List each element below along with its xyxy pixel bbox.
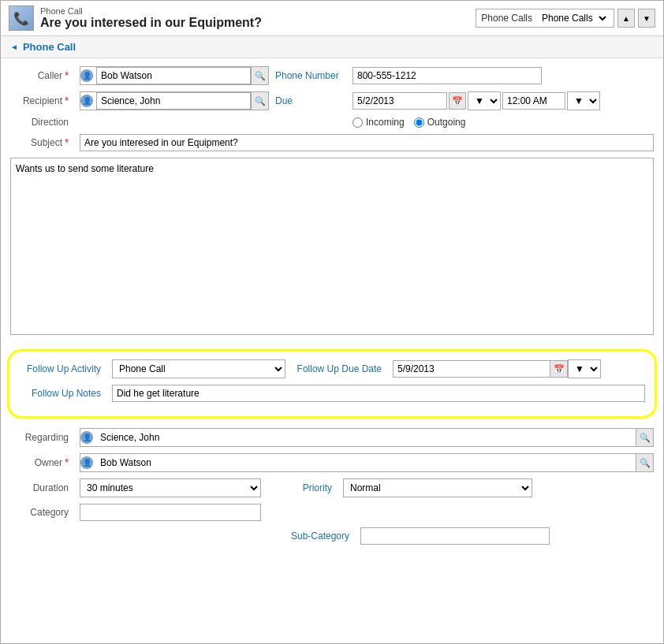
- phone-number-link[interactable]: Phone Number: [275, 70, 346, 81]
- section-header: ◄ Phone Call: [1, 36, 663, 58]
- sub-category-input[interactable]: [360, 527, 550, 545]
- recipient-input-wrapper: 👤 Science, John 🔍: [80, 91, 269, 110]
- regarding-input-wrapper: 👤 Science, John 🔍: [80, 428, 654, 447]
- subject-row: Subject Are you interesed in our Equipme…: [10, 134, 654, 151]
- due-calendar-icon[interactable]: 📅: [449, 92, 466, 110]
- direction-label: Direction: [10, 117, 73, 128]
- recipient-row: Recipient 👤 Science, John 🔍 Due 5/2/2013…: [10, 91, 654, 110]
- due-date-time-group: 5/2/2013 📅 ▼ 12:00 AM ▼: [353, 91, 600, 110]
- priority-select[interactable]: Low Normal High Urgent: [343, 478, 532, 497]
- caller-person-icon: 👤: [80, 69, 93, 82]
- follow-notes-input[interactable]: Did he get literature: [112, 385, 645, 402]
- section-triangle-icon: ◄: [10, 43, 18, 51]
- category-row: Category: [10, 504, 654, 521]
- recipient-input[interactable]: Science, John: [96, 92, 251, 110]
- due-ampm-select[interactable]: ▼: [567, 91, 600, 110]
- top-bar-left: 📞 Phone Call Are you interesed in our Eq…: [9, 6, 262, 31]
- caller-row: Caller 👤 Bob Watson 🔍 Phone Number 800-5…: [10, 66, 654, 85]
- top-bar-right: Phone Calls Phone Calls ▲ ▼: [476, 9, 655, 28]
- incoming-radio-label[interactable]: Incoming: [353, 117, 405, 128]
- direction-options: Incoming Outgoing: [353, 117, 465, 128]
- recipient-search-icon[interactable]: 🔍: [251, 92, 268, 110]
- section-label: Phone Call: [23, 41, 76, 53]
- phone-calls-dropdown[interactable]: Phone Calls Phone Calls: [476, 9, 614, 28]
- dropdown-label: Phone Calls: [481, 13, 532, 24]
- regarding-label: Regarding: [10, 432, 73, 443]
- follow-notes-row: Follow Up Notes Did he get literature: [19, 385, 645, 402]
- phone-number-input[interactable]: 800-555-1212: [353, 67, 542, 84]
- nav-down-button[interactable]: ▼: [638, 9, 655, 28]
- due-link[interactable]: Due: [275, 95, 346, 106]
- duration-select[interactable]: 15 minutes 30 minutes 45 minutes 1 hour: [80, 478, 261, 497]
- caller-input[interactable]: Bob Watson: [96, 67, 251, 84]
- follow-due-date-input[interactable]: 5/9/2013: [393, 360, 550, 378]
- main-window: 📞 Phone Call Are you interesed in our Eq…: [0, 0, 664, 644]
- follow-notes-label: Follow Up Notes: [19, 388, 106, 399]
- owner-label: Owner: [10, 457, 73, 468]
- regarding-input[interactable]: Science, John: [96, 430, 636, 445]
- priority-label: Priority: [289, 482, 337, 493]
- regarding-row: Regarding 👤 Science, John 🔍: [10, 428, 654, 447]
- title-group: Phone Call Are you interesed in our Equi…: [40, 6, 262, 30]
- recipient-person-icon: 👤: [80, 95, 93, 107]
- owner-input[interactable]: Bob Watson: [96, 455, 636, 471]
- regarding-search-icon[interactable]: 🔍: [636, 429, 653, 446]
- window-subtitle: Phone Call: [40, 6, 262, 16]
- owner-person-icon: 👤: [80, 456, 93, 469]
- incoming-radio[interactable]: [353, 117, 363, 128]
- form-area: Caller 👤 Bob Watson 🔍 Phone Number 800-5…: [1, 58, 663, 343]
- follow-activity-select-wrapper: Phone Call Email Meeting Task: [112, 359, 285, 378]
- outgoing-radio-label[interactable]: Outgoing: [414, 117, 466, 128]
- follow-due-date-label: Follow Up Due Date: [292, 363, 386, 374]
- owner-search-icon[interactable]: 🔍: [636, 454, 653, 471]
- phone-calls-select[interactable]: Phone Calls: [535, 10, 609, 26]
- follow-activity-select[interactable]: Phone Call Email Meeting Task: [112, 359, 285, 378]
- direction-row: Direction Incoming Outgoing: [10, 117, 654, 128]
- incoming-label: Incoming: [366, 117, 405, 128]
- follow-calendar-icon[interactable]: 📅: [550, 360, 568, 378]
- bottom-fields: Regarding 👤 Science, John 🔍 Owner 👤 Bob …: [1, 425, 663, 554]
- notes-textarea[interactable]: Wants us to send some literature: [11, 158, 653, 332]
- duration-label: Duration: [10, 482, 73, 493]
- subject-label: Subject: [10, 137, 73, 148]
- follow-due-date-wrapper: 5/9/2013 📅 ▼: [393, 359, 601, 378]
- caller-label: Caller: [10, 70, 73, 81]
- due-date-input[interactable]: 5/2/2013: [353, 92, 447, 110]
- regarding-person-icon: 👤: [80, 431, 93, 444]
- category-input[interactable]: [80, 504, 261, 521]
- category-label: Category: [10, 507, 73, 518]
- caller-input-wrapper: 👤 Bob Watson 🔍: [80, 66, 269, 85]
- outgoing-label: Outgoing: [427, 117, 466, 128]
- outgoing-radio[interactable]: [414, 117, 424, 128]
- notes-area: Wants us to send some literature: [10, 158, 654, 335]
- caller-search-icon[interactable]: 🔍: [251, 67, 268, 84]
- window-main-title: Are you interesed in our Equipment?: [40, 16, 262, 30]
- top-bar: 📞 Phone Call Are you interesed in our Eq…: [1, 1, 663, 36]
- sub-category-row: Sub-Category: [10, 527, 654, 545]
- subject-input[interactable]: Are you interesed in our Equipment?: [80, 134, 654, 151]
- sub-category-label: Sub-Category: [283, 530, 354, 542]
- owner-row: Owner 👤 Bob Watson 🔍: [10, 453, 654, 472]
- owner-input-wrapper: 👤 Bob Watson 🔍: [80, 453, 654, 472]
- nav-up-button[interactable]: ▲: [617, 9, 635, 28]
- follow-activity-label: Follow Up Activity: [19, 363, 106, 374]
- follow-activity-row: Follow Up Activity Phone Call Email Meet…: [19, 359, 645, 378]
- due-time-select[interactable]: ▼: [468, 91, 501, 110]
- yellow-highlight-section: Follow Up Activity Phone Call Email Meet…: [7, 349, 657, 419]
- duration-priority-row: Duration 15 minutes 30 minutes 45 minute…: [10, 478, 654, 497]
- recipient-label: Recipient: [10, 95, 73, 106]
- phone-call-icon: 📞: [9, 6, 34, 31]
- due-time-input[interactable]: 12:00 AM: [502, 92, 565, 110]
- follow-due-date-dropdown[interactable]: ▼: [568, 359, 601, 378]
